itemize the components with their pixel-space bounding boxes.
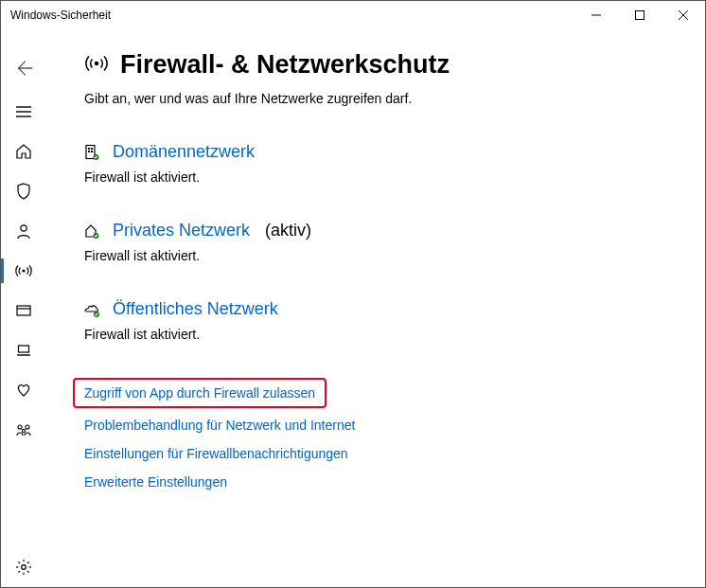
allow-app-through-firewall-link[interactable]: Zugriff von App durch Firewall zulassen <box>84 385 315 401</box>
minimize-button[interactable] <box>574 1 618 29</box>
domain-network-section: Domänennetzwerk Firewall ist aktiviert. <box>84 142 667 185</box>
nav-virus-protection[interactable] <box>1 171 46 211</box>
svg-line-22 <box>27 561 29 563</box>
private-network-active-label: (aktiv) <box>265 221 311 241</box>
private-network-section: Privates Netzwerk (aktiv) Firewall ist a… <box>84 221 667 263</box>
svg-point-14 <box>22 429 25 432</box>
minimize-icon <box>591 10 601 20</box>
page-title: Firewall- & Netzwerkschutz <box>120 50 450 80</box>
heart-icon <box>15 382 32 399</box>
close-button[interactable] <box>662 1 705 29</box>
hamburger-icon <box>15 103 32 120</box>
close-icon <box>679 10 688 20</box>
svg-rect-28 <box>88 151 90 152</box>
svg-rect-27 <box>91 148 93 150</box>
svg-rect-11 <box>19 346 29 352</box>
nav-menu-button[interactable] <box>1 92 46 132</box>
public-network-status: Firewall ist aktiviert. <box>84 327 667 342</box>
nav-settings[interactable] <box>1 547 46 587</box>
settings-links: Zugriff von App durch Firewall zulassen … <box>84 378 667 503</box>
svg-point-13 <box>26 425 29 429</box>
family-icon <box>15 421 32 438</box>
firewall-notification-settings-link[interactable]: Einstellungen für Firewallbenachrichtigu… <box>84 446 348 461</box>
laptop-icon <box>15 342 32 359</box>
svg-point-24 <box>95 62 98 65</box>
back-button[interactable] <box>1 50 46 86</box>
home-icon <box>15 143 32 160</box>
svg-line-21 <box>27 571 29 573</box>
shield-icon <box>15 183 32 200</box>
svg-rect-26 <box>88 148 90 150</box>
nav-device-performance[interactable] <box>1 370 46 410</box>
public-network-link[interactable]: Öffentliches Netzwerk <box>113 299 278 319</box>
advanced-settings-link[interactable]: Erweiterte Einstellungen <box>84 474 227 490</box>
app-window-icon <box>15 302 32 319</box>
back-arrow-icon <box>13 58 34 79</box>
page-header: Firewall- & Netzwerkschutz <box>84 50 667 80</box>
highlight-box: Zugriff von App durch Firewall zulassen <box>73 378 327 408</box>
private-network-icon <box>84 223 103 240</box>
nav-device-security[interactable] <box>1 330 46 370</box>
public-network-icon <box>84 301 103 318</box>
domain-network-status: Firewall ist aktiviert. <box>84 169 667 185</box>
sidebar <box>1 29 46 587</box>
nav-family-options[interactable] <box>1 410 46 450</box>
window-title: Windows-Sicherheit <box>10 9 111 22</box>
svg-line-20 <box>18 561 20 563</box>
titlebar: Windows-Sicherheit <box>1 1 705 29</box>
domain-network-icon <box>84 144 103 161</box>
svg-point-15 <box>22 565 26 570</box>
private-network-link[interactable]: Privates Netzwerk <box>113 221 250 241</box>
broadcast-icon <box>15 262 32 279</box>
public-network-section: Öffentliches Netzwerk Firewall ist aktiv… <box>84 299 667 342</box>
nav-app-browser-control[interactable] <box>1 291 46 330</box>
nav-home[interactable] <box>1 132 46 171</box>
person-icon <box>15 223 32 240</box>
window-controls <box>574 1 705 29</box>
svg-rect-1 <box>636 11 644 20</box>
nav-firewall[interactable] <box>1 251 46 291</box>
svg-rect-9 <box>17 306 30 315</box>
domain-network-link[interactable]: Domänennetzwerk <box>113 142 255 162</box>
svg-point-8 <box>22 269 25 272</box>
nav-account-protection[interactable] <box>1 211 46 251</box>
maximize-icon <box>635 10 644 20</box>
page-description: Gibt an, wer und was auf Ihre Netzwerke … <box>84 91 667 106</box>
network-troubleshoot-link[interactable]: Problembehandlung für Netzwerk und Inter… <box>84 418 355 433</box>
svg-point-12 <box>18 425 22 429</box>
svg-line-23 <box>18 571 20 573</box>
svg-point-7 <box>21 225 26 231</box>
gear-icon <box>15 559 32 576</box>
private-network-status: Firewall ist aktiviert. <box>84 248 667 263</box>
firewall-title-icon <box>84 51 109 79</box>
svg-rect-29 <box>91 151 93 152</box>
maximize-button[interactable] <box>618 1 662 29</box>
main-content: Firewall- & Netzwerkschutz Gibt an, wer … <box>46 29 705 587</box>
